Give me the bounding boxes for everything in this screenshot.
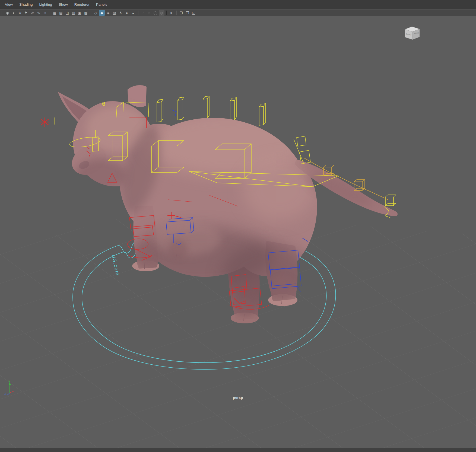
safe-action-icon[interactable]: ▣ [77, 10, 82, 16]
toolbar-separator [50, 11, 50, 15]
axis-y-label: y [8, 379, 10, 383]
panel-tool-bar: ◉ ◐ ⚙ ⚑ ▱ ✎ ⊕ ▦ ▤ ◫ ▥ ▣ ▩ ◇ ◆ ◈ ▨ ☀ ● ◒ … [0, 9, 476, 16]
field-chart-icon[interactable]: ▥ [71, 10, 76, 16]
panel-copy-icon[interactable]: ❐ [185, 10, 190, 16]
resolution-gate-icon[interactable]: ▤ [58, 10, 64, 16]
grease-pencil-icon[interactable]: ✎ [36, 10, 42, 16]
lights-icon[interactable]: ☀ [118, 10, 123, 16]
bookmark-icon[interactable]: ⚑ [23, 10, 29, 16]
image-plane-icon[interactable]: ▱ [30, 10, 35, 16]
isolate-select-icon[interactable]: ➤ [169, 10, 174, 16]
gate-mask-icon[interactable]: ◫ [64, 10, 70, 16]
pan-zoom-icon[interactable]: ⊕ [42, 10, 48, 16]
viewport-panel[interactable]: UG.com [0, 16, 476, 452]
panel-single-icon[interactable]: ❏ [178, 10, 184, 16]
menu-view[interactable]: View [2, 0, 16, 9]
viewport-3d-canvas[interactable]: UG.com [0, 16, 476, 452]
viewport-bottom-strip [0, 448, 476, 452]
shaded-mode-icon[interactable]: ◆ [99, 10, 105, 16]
menu-renderer[interactable]: Renderer [71, 0, 93, 9]
exposure-icon[interactable]: ◯ [153, 10, 158, 16]
toolbar-separator [91, 11, 91, 15]
checker-material-icon[interactable]: ▨ [112, 10, 117, 16]
panel-layout-icon[interactable]: ◲ [191, 10, 196, 16]
toolbar-separator [138, 11, 138, 15]
occlusion-icon[interactable]: ◒ [130, 10, 136, 16]
maya-viewport-window: View Shading Lighting Show Renderer Pane… [0, 0, 476, 452]
panel-menu-bar: View Shading Lighting Show Renderer Pane… [0, 0, 476, 9]
menu-shading[interactable]: Shading [16, 0, 36, 9]
rig-theta-label: θ [102, 101, 105, 107]
select-camera-icon[interactable]: ◉ [5, 10, 10, 16]
view-cube[interactable]: RIGHT BACK [405, 27, 420, 40]
gamma-icon[interactable]: ◍ [159, 10, 164, 16]
xray-icon[interactable]: ◔ [140, 10, 146, 16]
safe-title-icon[interactable]: ▩ [83, 10, 89, 16]
toolbar-separator [166, 11, 167, 15]
menu-lighting[interactable]: Lighting [36, 0, 55, 9]
menu-show[interactable]: Show [55, 0, 71, 9]
camera-settings-icon[interactable]: ⚙ [17, 10, 23, 16]
axis-z-label: z [4, 392, 6, 395]
textured-mode-icon[interactable]: ◈ [105, 10, 111, 16]
film-gate-icon[interactable]: ▦ [52, 10, 58, 16]
camera-name-label: persp [233, 396, 243, 400]
camera-attributes-icon[interactable]: ◐ [11, 10, 17, 16]
wireframe-mode-icon[interactable]: ◇ [93, 10, 99, 16]
toolbar-separator [176, 11, 176, 15]
xray-joints-icon[interactable]: ◌ [146, 10, 152, 16]
menu-panels[interactable]: Panels [93, 0, 110, 9]
shadows-icon[interactable]: ● [124, 10, 130, 16]
pig-right-ear[interactable] [128, 85, 147, 107]
toolbar-grip [2, 11, 3, 15]
